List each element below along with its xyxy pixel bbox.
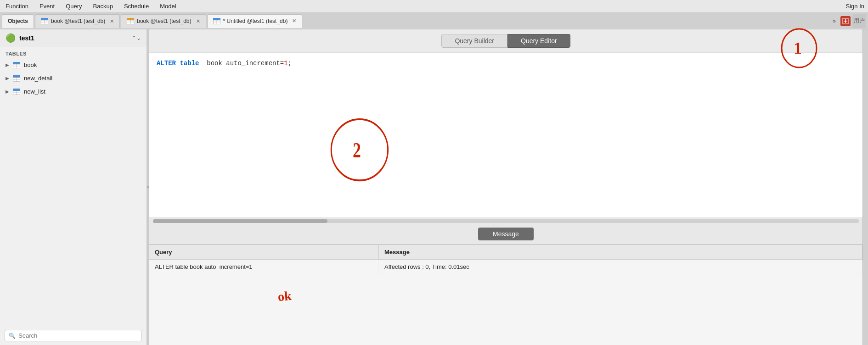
table-icon-2 (127, 18, 134, 24)
message-btn-area: Message (149, 224, 862, 244)
table-list: ▶ book ▶ new_det (0, 58, 147, 326)
user-avatar[interactable]: 用户 (852, 14, 866, 28)
tab-objects[interactable]: Objects (2, 14, 34, 28)
table-icon-3 (213, 18, 220, 24)
sign-in-label[interactable]: Sign In (846, 3, 864, 10)
results-col-message: Message (379, 245, 862, 259)
table-icon-book (13, 62, 20, 68)
results-col-query: Query (149, 245, 379, 259)
menu-schedule[interactable]: Schedule (122, 2, 151, 11)
table-name-new-detail: new_detail (24, 75, 52, 82)
table-arrow-new-detail: ▶ (6, 76, 9, 81)
tab-overflow-button[interactable]: » (830, 17, 839, 25)
db-icon: 🟢 (6, 33, 16, 43)
query-builder-tab[interactable]: Query Builder (441, 34, 507, 48)
search-bar: 🔍 (0, 326, 147, 345)
sidebar: 🟢 test1 ⌃⌄ TABLES ▶ book ▶ (0, 29, 147, 345)
new-tab-icon (842, 18, 849, 24)
results-area: Query Message ALTER table book auto_incr… (149, 244, 862, 345)
tab-untitled-label: * Untitled @test1 (test_db) (223, 18, 288, 24)
results-header: Query Message (149, 245, 862, 260)
tab-objects-label: Objects (8, 18, 28, 24)
tab-untitled-close[interactable]: ✕ (292, 18, 296, 24)
scrollbar-track (153, 219, 859, 223)
menu-backup[interactable]: Backup (91, 2, 115, 11)
code-editor[interactable]: ALTER table book auto_increment=1; (149, 53, 862, 217)
tab-book-2[interactable]: book @test1 (test_db) ✕ (121, 14, 206, 28)
content-area: Query Builder Query Editor ALTER table b… (149, 29, 862, 345)
tab-bar: Objects book @test1 (test_db) ✕ book @te… (0, 13, 868, 29)
new-tab-button[interactable] (840, 16, 851, 26)
editor-area: ALTER table book auto_increment=1; 2 (149, 53, 862, 217)
table-icon-new-list (13, 89, 20, 95)
main-layout: 🟢 test1 ⌃⌄ TABLES ▶ book ▶ (0, 29, 868, 345)
table-arrow-book: ▶ (6, 62, 9, 67)
query-editor-tab[interactable]: Query Editor (507, 34, 570, 48)
table-item-new-detail[interactable]: ▶ new_detail (0, 72, 147, 85)
tab-untitled[interactable]: * Untitled @test1 (test_db) ✕ (207, 14, 303, 28)
table-icon-1 (41, 18, 48, 24)
results-row-1: ALTER table book auto_increment=1 Affect… (149, 260, 862, 274)
db-name: test1 (19, 34, 34, 42)
table-name-book: book (24, 61, 37, 68)
search-input[interactable] (18, 332, 138, 339)
tab-book-1-close[interactable]: ✕ (110, 18, 114, 24)
ok-annotation: ok (277, 289, 292, 304)
menu-items: Function Event Query Backup Schedule Mod… (4, 2, 178, 11)
menu-query[interactable]: Query (64, 2, 84, 11)
menu-model[interactable]: Model (158, 2, 178, 11)
editor-scrollbar[interactable] (149, 217, 862, 224)
menu-function[interactable]: Function (4, 2, 30, 11)
menu-event[interactable]: Event (38, 2, 56, 11)
menu-bar: Function Event Query Backup Schedule Mod… (0, 0, 868, 13)
table-icon-new-detail (13, 75, 20, 82)
results-message-cell: Affected rows : 0, Time: 0.01sec (379, 260, 862, 274)
tables-header: TABLES (0, 47, 147, 58)
db-selector-left: 🟢 test1 (6, 33, 34, 43)
tab-book-2-label: book @test1 (test_db) (137, 18, 191, 24)
user-avatar-text: 用户 (854, 17, 865, 25)
code-line-1: ALTER table book auto_increment=1; (157, 58, 855, 68)
search-input-wrap: 🔍 (5, 330, 142, 341)
tab-overflow-area: » 用户 (830, 14, 866, 28)
search-icon: 🔍 (9, 333, 16, 339)
table-name-new-list: new_list (24, 88, 45, 95)
query-tabs: Query Builder Query Editor (149, 29, 862, 53)
message-button[interactable]: Message (478, 228, 534, 240)
db-selector[interactable]: 🟢 test1 ⌃⌄ (0, 29, 147, 47)
right-scrollbar[interactable] (862, 29, 868, 345)
tab-book-1[interactable]: book @test1 (test_db) ✕ (35, 14, 120, 28)
table-arrow-new-list: ▶ (6, 89, 9, 94)
scrollbar-thumb[interactable] (153, 219, 327, 223)
tab-book-1-label: book @test1 (test_db) (51, 18, 105, 24)
db-expand-icon[interactable]: ⌃⌄ (132, 35, 141, 41)
tab-book-2-close[interactable]: ✕ (196, 18, 200, 24)
table-item-book[interactable]: ▶ book (0, 58, 147, 72)
results-query-cell: ALTER table book auto_increment=1 (149, 260, 379, 274)
table-item-new-list[interactable]: ▶ new_list (0, 85, 147, 98)
